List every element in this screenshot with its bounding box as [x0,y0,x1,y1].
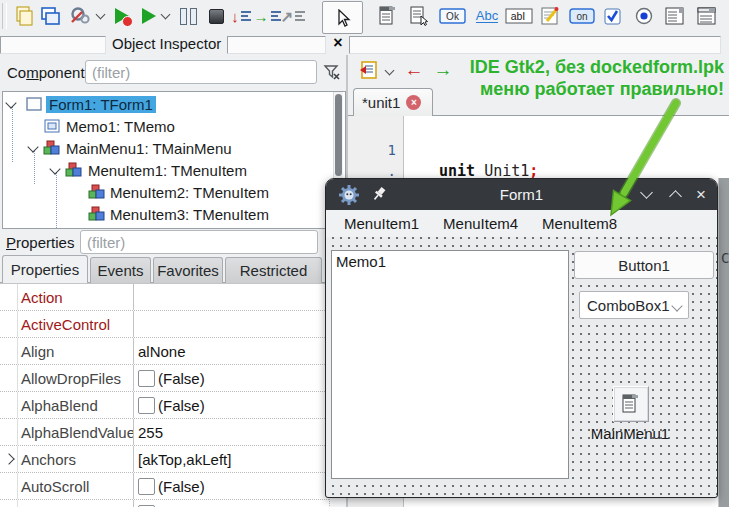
collapse-chevron-icon[interactable] [5,97,16,108]
memo1-control[interactable]: Memo1 [331,250,569,479]
components-tree: Form1: TForm1 Memo1: TMemo MainMenu1: TM… [2,91,346,229]
navigate-back-icon[interactable]: ← [402,58,426,82]
tab-unit1-label: *unit1 [362,94,400,111]
property-row-allowdropfiles[interactable]: AllowDropFiles(False) [0,365,329,392]
popup-menu-icon[interactable] [407,4,431,28]
collapse-chevron-icon[interactable] [27,141,38,152]
property-row-activecontrol[interactable]: ActiveControl [0,311,329,338]
components-label: Components [7,64,92,81]
stop-icon[interactable] [204,4,228,28]
form-icon [26,96,43,112]
form1-design-surface[interactable]: Memo1 Button1 ComboBox1 MainMenu1 [326,237,717,498]
property-row-action[interactable]: Action [0,284,329,311]
checkbox[interactable] [138,478,155,495]
editor-dock-grip[interactable] [349,36,721,54]
build-dropdown-icon[interactable] [92,4,108,28]
checkbox[interactable] [138,397,155,414]
jump-list-icon[interactable] [357,58,381,82]
windows-icon[interactable] [38,4,62,28]
object-inspector-close-button[interactable]: × [329,33,347,52]
tab-restricted[interactable]: Restricted [225,257,322,283]
expand-chevron-icon[interactable] [0,446,18,472]
chevron-down-icon [671,300,682,311]
form1-window[interactable]: Form1 × MenuItem1 MenuItem4 MenuItem8 Me… [325,178,718,498]
label-icon[interactable]: Abc [472,4,502,28]
step-out-icon[interactable]: ↗ [281,4,305,28]
tab-events[interactable]: Events [90,257,151,283]
cursor-tool-icon [335,9,351,27]
properties-filter-input[interactable] [80,230,318,254]
menu-cubes-icon [88,184,105,200]
label-icon-text: Abc [476,8,499,23]
step-into-icon[interactable]: ↓ [229,4,253,28]
tab-favorites[interactable]: Favorites [153,257,223,283]
main-toolbar: ↓ → ↗ Ok Abc abI [0,0,729,33]
property-row-alphablendvalue[interactable]: AlphaBlendValue255 [0,419,329,446]
list-box-icon[interactable] [663,4,687,28]
filter-clear-icon[interactable] [320,60,344,84]
menu-cubes-icon [43,140,60,156]
edit-icon[interactable]: abI [504,4,534,28]
form1-titlebar[interactable]: Form1 × [326,179,717,210]
property-row-alphablend[interactable]: AlphaBlend(False) [0,392,329,419]
radio-button-icon[interactable] [632,4,656,28]
tab-close-icon[interactable]: × [406,95,421,110]
button-icon[interactable]: Ok [438,4,468,28]
property-row-anchors[interactable]: Anchors[akTop,akLeft] [0,446,329,473]
tab-unit1[interactable]: *unit1 × [353,88,433,116]
memo-icon[interactable] [538,4,562,28]
combobox1-control[interactable]: ComboBox1 [579,291,689,319]
tree-item-mainmenu1[interactable]: MainMenu1: TMainMenu [3,137,345,159]
inspector-tabs: Properties Events Favorites Restricted [0,255,346,283]
tree-item-memo1[interactable]: Memo1: TMemo [3,115,345,137]
property-row-partial[interactable] [0,500,329,507]
cursor-tool-button[interactable] [322,1,363,34]
checkbox[interactable] [138,370,155,387]
close-button[interactable]: × [688,179,714,210]
copy-icon[interactable] [12,4,36,28]
checkbox-icon[interactable] [601,4,625,28]
navigate-forward-icon[interactable]: → [431,58,455,82]
tree-scrollbar-thumb[interactable] [335,94,342,176]
tab-properties[interactable]: Properties [2,255,88,283]
jump-dropdown-icon[interactable] [381,60,397,84]
toggle-box-icon-label: on [576,11,587,22]
property-row-autoscroll[interactable]: AutoScroll(False) [0,473,329,500]
background-window-edge: C [718,178,729,507]
components-filter-input[interactable] [85,60,317,84]
tree-item-form1[interactable]: Form1: TForm1 [3,93,345,115]
menu-item-menuitem4[interactable]: MenuItem4 [437,213,524,234]
property-row-align[interactable]: AlignalNone [0,338,329,365]
run-file-icon[interactable] [110,4,134,28]
tree-item-menuitem1[interactable]: MenuItem1: TMenuItem [3,159,345,181]
collapse-chevron-icon[interactable] [49,163,60,174]
combo-box-icon[interactable] [695,4,719,28]
button-icon-label: Ok [446,11,460,22]
step-over-icon[interactable]: → [255,4,279,28]
mainmenu1-component[interactable] [613,386,649,422]
lazarus-ide-window: ↓ → ↗ Ok Abc abI [0,0,729,507]
pause-icon[interactable] [176,4,200,28]
maximize-button[interactable] [662,179,688,210]
tree-item-menuitem2[interactable]: MenuItem2: TMenuItem [3,181,345,203]
object-inspector-title: Object Inspector [112,35,221,52]
annotation-note: IDE Gtk2, без dockedform.lpk меню работа… [470,56,724,100]
mainmenu1-label: MainMenu1 [584,425,676,442]
menu-item-menuitem1[interactable]: MenuItem1 [338,213,425,234]
build-gear-icon[interactable] [68,4,92,28]
minimize-button[interactable] [633,179,659,210]
dock-grip-right[interactable] [227,36,326,54]
menu-item-menuitem8[interactable]: MenuItem8 [536,213,623,234]
edit-icon-text: abI [511,10,526,22]
object-inspector-panel: Components Form1: TForm1 Memo1: TMemo Ma… [0,55,347,507]
toolbar-drag-handle[interactable] [2,3,7,29]
peeking-code-char: C [721,250,729,266]
dock-header-row: Object Inspector × [0,33,729,55]
toggle-box-icon[interactable]: on [567,4,597,28]
dock-grip-left[interactable] [0,36,106,54]
menu-cubes-icon [88,206,105,222]
run-dropdown-icon[interactable] [157,4,173,28]
button1-control[interactable]: Button1 [574,251,714,279]
main-menu-icon[interactable] [376,4,400,28]
tree-item-menuitem3[interactable]: MenuItem3: TMenuItem [3,203,345,225]
